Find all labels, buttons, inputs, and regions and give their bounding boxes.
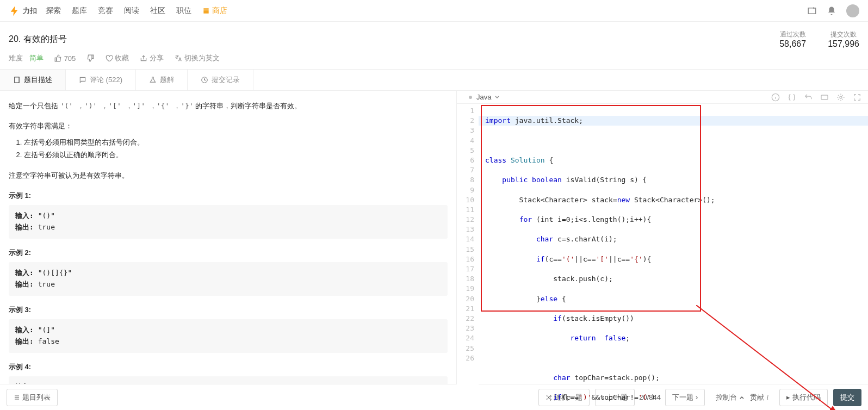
nav-problems[interactable]: 题库 (72, 6, 87, 16)
avatar[interactable] (846, 4, 859, 17)
store-icon (202, 7, 210, 15)
description-panel[interactable]: 给定一个只包括 '(' ，')' ，'[' ，']' ，'{' ，'}' 的字符… (0, 91, 457, 384)
stats: 通过次数 58,667 提交次数 157,996 (779, 30, 859, 49)
undo-icon[interactable] (804, 93, 813, 102)
dislike-button[interactable] (86, 54, 94, 62)
info-icon[interactable] (771, 93, 780, 102)
lang-dot-icon (468, 95, 473, 100)
line-gutter: 1234567891011121314151617181920212223242… (457, 104, 479, 410)
editor-tools (771, 93, 861, 102)
tab-solution[interactable]: 题解 (136, 70, 188, 90)
nav-community[interactable]: 社区 (150, 6, 165, 16)
brand-text: 力扣 (23, 6, 37, 16)
code-content[interactable]: import java.util.Stack; class Solution {… (479, 104, 868, 410)
example-2: 输入: "()[]{}"输出: true (9, 262, 448, 296)
nav-jobs[interactable]: 职位 (176, 6, 191, 16)
bell-icon[interactable] (827, 6, 836, 16)
chevron-down-icon (494, 95, 500, 100)
nav-contest[interactable]: 竞赛 (98, 6, 113, 16)
meta-bar: 难度 简单 705 收藏 分享 切换为英文 (0, 52, 868, 69)
svg-rect-5 (821, 95, 828, 100)
example-4-title: 示例 4: (9, 361, 448, 373)
clock-icon (201, 76, 208, 84)
problem-list-button[interactable]: 题目列表 (7, 389, 58, 406)
example-2-title: 示例 2: (9, 246, 448, 259)
fullscreen-icon[interactable] (853, 93, 861, 102)
example-1: 输入: "()"输出: true (9, 205, 448, 239)
tab-comments[interactable]: 评论 (522) (66, 70, 136, 90)
tab-history[interactable]: 提交记录 (188, 70, 253, 90)
doc-icon (13, 76, 21, 84)
stat-submitted: 提交次数 157,996 (828, 30, 859, 49)
tab-description[interactable]: 题目描述 (0, 70, 66, 90)
nav-read[interactable]: 阅读 (124, 6, 139, 16)
top-nav: 力扣 探索 题库 竞赛 阅读 社区 职位 商店 (0, 0, 868, 22)
difficulty: 难度 简单 (9, 53, 44, 63)
example-1-title: 示例 1: (9, 189, 448, 202)
nav-explore[interactable]: 探索 (46, 6, 61, 16)
title-bar: 20. 有效的括号 通过次数 58,667 提交次数 157,996 (0, 22, 868, 52)
heart-icon (105, 54, 113, 62)
flask-icon (149, 76, 157, 84)
like-button[interactable]: 705 (54, 54, 76, 63)
svg-rect-0 (808, 8, 816, 14)
code-editor[interactable]: 1234567891011121314151617181920212223242… (457, 104, 868, 410)
translate-icon (175, 54, 182, 62)
shortcut-icon[interactable] (820, 93, 829, 102)
svg-point-3 (469, 96, 472, 99)
nav-store[interactable]: 商店 (202, 6, 227, 16)
example-3-title: 示例 3: (9, 303, 448, 316)
svg-rect-1 (15, 77, 19, 83)
switch-lang-button[interactable]: 切换为英文 (175, 53, 220, 63)
editor-toolbar: Java (457, 91, 868, 104)
problem-title: 20. 有效的括号 (9, 34, 67, 45)
comment-icon (79, 76, 86, 84)
thumbs-down-icon (86, 54, 94, 62)
example-4: 输入: "([)]"输出: false (9, 376, 448, 384)
nav-right (807, 4, 859, 17)
content-tabs: 题目描述 评论 (522) 题解 提交记录 (0, 69, 868, 91)
language-selector[interactable]: Java (463, 91, 504, 103)
logo[interactable]: 力扣 (9, 5, 37, 17)
share-button[interactable]: 分享 (140, 53, 164, 63)
thumbs-up-icon (54, 54, 62, 62)
settings-icon[interactable] (836, 93, 845, 102)
favorite-button[interactable]: 收藏 (105, 53, 129, 63)
nav-items: 探索 题库 竞赛 阅读 社区 职位 商店 (46, 6, 227, 16)
svg-point-6 (840, 96, 842, 98)
editor-panel: Java 12345678910111213141516171819202122… (457, 91, 868, 384)
example-3: 输入: "(]"输出: false (9, 319, 448, 353)
share-icon (140, 54, 147, 62)
list-icon (14, 394, 20, 401)
braces-icon[interactable] (788, 93, 796, 102)
stat-passed: 通过次数 58,667 (779, 30, 806, 49)
logo-icon (9, 5, 21, 17)
playground-icon[interactable] (807, 6, 817, 16)
